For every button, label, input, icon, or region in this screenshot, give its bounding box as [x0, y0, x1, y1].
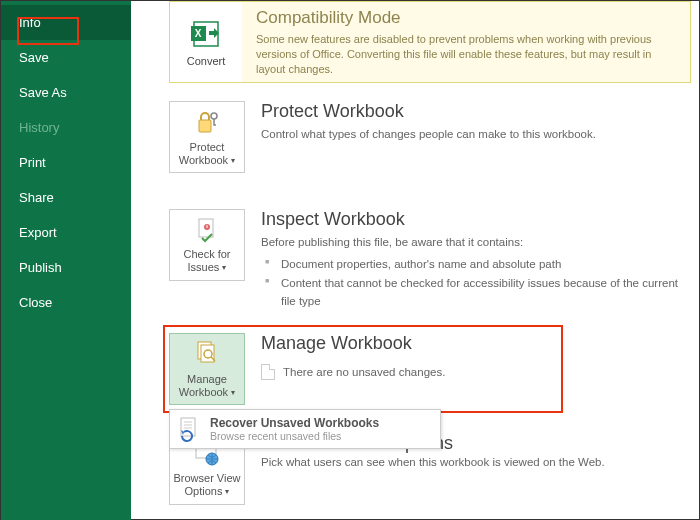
- svg-point-4: [211, 113, 217, 119]
- list-item: Document properties, author's name and a…: [261, 256, 679, 273]
- chevron-down-icon: ▾: [231, 156, 235, 165]
- inspect-section: Check for Issues ▾ Inspect Workbook Befo…: [169, 209, 679, 312]
- chevron-down-icon: ▾: [225, 487, 229, 496]
- excel-convert-icon: X: [189, 17, 223, 51]
- protect-title: Protect Workbook: [261, 101, 679, 122]
- manage-section: Manage Workbook ▾ Manage Workbook There …: [169, 333, 679, 405]
- browser-desc: Pick what users can see when this workbo…: [261, 454, 679, 470]
- manage-workbook-icon: [192, 339, 222, 369]
- chevron-down-icon: ▾: [222, 263, 226, 272]
- svg-rect-3: [199, 120, 211, 132]
- protect-desc: Control what types of changes people can…: [261, 126, 679, 142]
- no-unsaved-row: There are no unsaved changes.: [261, 364, 679, 380]
- lock-key-icon: [192, 107, 222, 137]
- compatibility-text: Some new features are disabled to preven…: [256, 32, 676, 77]
- popup-subtitle: Browse recent unsaved files: [210, 430, 379, 442]
- protect-card-label: Protect Workbook: [179, 141, 228, 166]
- recover-unsaved-menu-item[interactable]: Recover Unsaved Workbooks Browse recent …: [169, 409, 441, 449]
- chevron-down-icon: ▾: [231, 388, 235, 397]
- compatibility-title: Compatibility Mode: [256, 8, 676, 28]
- content-pane: X Convert Compatibility Mode Some new fe…: [131, 1, 699, 519]
- sidebar-item-share[interactable]: Share: [1, 180, 131, 215]
- manage-card-label: Manage Workbook: [179, 373, 228, 398]
- compatibility-body: Compatibility Mode Some new features are…: [242, 2, 690, 82]
- recover-document-icon: [176, 416, 202, 442]
- backstage-sidebar: Info Save Save As History Print Share Ex…: [1, 1, 131, 520]
- inspect-document-icon: [193, 216, 221, 244]
- popup-text: Recover Unsaved Workbooks Browse recent …: [210, 416, 379, 442]
- convert-button[interactable]: X Convert: [170, 2, 242, 82]
- no-unsaved-text: There are no unsaved changes.: [283, 366, 445, 378]
- protect-workbook-button[interactable]: Protect Workbook ▾: [169, 101, 245, 173]
- compatibility-banner: X Convert Compatibility Mode Some new fe…: [169, 1, 691, 83]
- inspect-list: Document properties, author's name and a…: [261, 256, 679, 310]
- document-icon: [261, 364, 275, 380]
- sidebar-item-publish[interactable]: Publish: [1, 250, 131, 285]
- sidebar-item-save[interactable]: Save: [1, 40, 131, 75]
- sidebar-item-print[interactable]: Print: [1, 145, 131, 180]
- sidebar-item-history: History: [1, 110, 131, 145]
- sidebar-item-save-as[interactable]: Save As: [1, 75, 131, 110]
- check-for-issues-button[interactable]: Check for Issues ▾: [169, 209, 245, 281]
- window: Info Save Save As History Print Share Ex…: [0, 0, 700, 520]
- manage-title: Manage Workbook: [261, 333, 679, 354]
- sidebar-item-info[interactable]: Info: [1, 5, 131, 40]
- protect-section: Protect Workbook ▾ Protect Workbook Cont…: [169, 101, 679, 173]
- inspect-title: Inspect Workbook: [261, 209, 679, 230]
- sidebar-item-export[interactable]: Export: [1, 215, 131, 250]
- inspect-desc: Before publishing this file, be aware th…: [261, 234, 679, 250]
- list-item: Content that cannot be checked for acces…: [261, 275, 679, 310]
- manage-workbook-button[interactable]: Manage Workbook ▾: [169, 333, 245, 405]
- convert-label: Convert: [187, 55, 226, 67]
- browser-card-label: Browser View Options: [173, 472, 240, 497]
- sidebar-item-close[interactable]: Close: [1, 285, 131, 320]
- svg-text:X: X: [195, 28, 202, 39]
- popup-title: Recover Unsaved Workbooks: [210, 416, 379, 430]
